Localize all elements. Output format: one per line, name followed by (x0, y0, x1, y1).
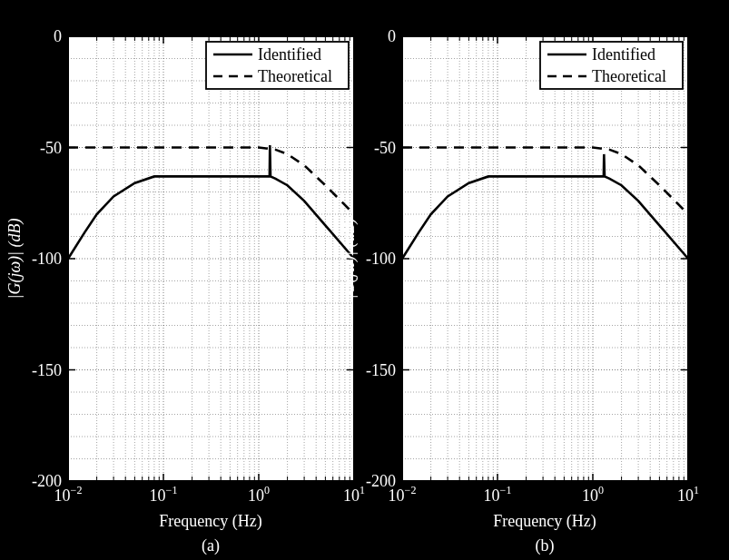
svg-text:0: 0 (54, 27, 62, 45)
xlabel: Frequency (Hz) (159, 512, 261, 531)
subtitle-a: (a) (202, 536, 220, 555)
svg-text:100: 100 (582, 484, 604, 505)
chart-b: -200 -150 -100 -50 0 10−2 10−1 100 101 F… (340, 27, 699, 555)
svg-text:-50: -50 (374, 139, 396, 157)
figure-canvas: -200 -150 -100 -50 0 10−2 10−1 100 101 F… (0, 0, 729, 560)
svg-text:10−2: 10−2 (54, 484, 83, 505)
legend-theoretical: Theoretical (592, 67, 666, 85)
svg-text:-150: -150 (32, 361, 62, 379)
legend-identified: Identified (592, 45, 655, 64)
subtitle-b: (b) (536, 536, 555, 555)
svg-text:0: 0 (388, 27, 396, 45)
svg-text:-150: -150 (366, 361, 396, 379)
svg-text:-50: -50 (40, 139, 62, 157)
xlabel: Frequency (Hz) (493, 512, 596, 531)
legend: Identified Theoretical (540, 42, 683, 89)
svg-text:100: 100 (248, 484, 270, 505)
ylabel: |G(jω)| (dB) (340, 218, 359, 299)
svg-text:101: 101 (343, 484, 365, 505)
xtick-labels: 10−2 10−1 100 101 (389, 484, 699, 505)
svg-text:10−1: 10−1 (484, 484, 512, 505)
legend-identified: Identified (258, 45, 321, 64)
figure-svg: -200 -150 -100 -50 0 10−2 10−1 100 101 F… (0, 0, 729, 560)
xtick-labels: 10−2 10−1 100 101 (54, 484, 365, 505)
svg-text:-100: -100 (32, 250, 62, 268)
svg-text:-100: -100 (366, 250, 396, 268)
legend-theoretical: Theoretical (258, 67, 332, 85)
svg-text:10−1: 10−1 (150, 484, 178, 505)
ylabel: |G(jω)| (dB) (5, 218, 25, 299)
ytick-labels: -200 -150 -100 -50 0 (32, 27, 62, 490)
legend: Identified Theoretical (206, 42, 349, 89)
chart-a: -200 -150 -100 -50 0 10−2 10−1 100 101 F… (5, 27, 365, 555)
svg-text:101: 101 (677, 484, 699, 505)
svg-text:10−2: 10−2 (389, 484, 417, 505)
ytick-labels: -200 -150 -100 -50 0 (366, 27, 396, 490)
